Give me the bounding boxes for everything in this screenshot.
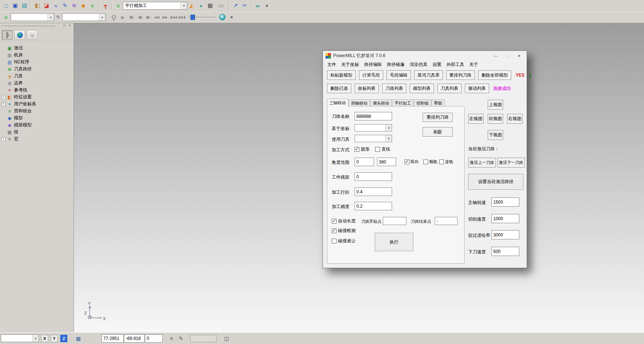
- points-icon[interactable]: ◆: [79, 1, 88, 10]
- menu-path-mirror[interactable]: 路径镜像: [384, 62, 407, 68]
- checkbox-icon[interactable]: [332, 239, 337, 243]
- angle-from-input[interactable]: [355, 158, 374, 166]
- strategy-combo[interactable]: 平行精加工 ∨: [123, 2, 187, 10]
- stock-input[interactable]: [355, 172, 392, 181]
- explorer-tree-icon[interactable]: ╠: [2, 30, 13, 40]
- method-line-checkbox[interactable]: 直线: [375, 146, 390, 152]
- tree-item-toolpaths[interactable]: ≋刀具路径: [0, 66, 74, 73]
- tool-combo[interactable]: ∨: [355, 135, 392, 142]
- panel-close-icon[interactable]: ×: [67, 24, 72, 28]
- tree-item-patterns[interactable]: ≈参考线: [0, 87, 74, 94]
- menu-render-sim[interactable]: 渲染仿真: [407, 62, 430, 68]
- simulation-speed-slider[interactable]: [188, 14, 216, 21]
- chevron-down-icon[interactable]: ∨: [181, 2, 187, 9]
- tree-item-tools[interactable]: ┳刀具: [0, 73, 74, 80]
- checkbox-icon[interactable]: [332, 228, 337, 233]
- pattern-icon[interactable]: ≈: [51, 1, 60, 10]
- levels-icon[interactable]: ≡: [1, 13, 11, 22]
- save-icon[interactable]: ▣: [11, 1, 20, 10]
- fast-forward-button[interactable]: ▶▶: [161, 13, 169, 21]
- list-icon[interactable]: ≡: [167, 336, 175, 341]
- view-right-button[interactable]: 右视图: [507, 114, 523, 124]
- menu-about[interactable]: 关于: [467, 62, 481, 68]
- pencil-icon[interactable]: ✎: [60, 1, 70, 10]
- execute-button[interactable]: 执行: [375, 233, 413, 251]
- tolerance-input[interactable]: [355, 202, 392, 210]
- skim-feed-input[interactable]: [491, 230, 519, 239]
- go-to-end-button[interactable]: ▶▶▮: [178, 13, 186, 21]
- end-point-input[interactable]: [435, 217, 458, 225]
- flag-icon[interactable]: ▲: [196, 1, 206, 10]
- checkbox-icon[interactable]: [332, 219, 337, 224]
- spindle-speed-input[interactable]: [491, 197, 519, 207]
- expand-icon[interactable]: [1, 95, 6, 99]
- active-workplane-combo[interactable]: ∨: [1, 334, 39, 342]
- stats-icon[interactable]: ↗: [231, 1, 240, 10]
- rewind-button[interactable]: ◀◀: [152, 13, 161, 21]
- chevron-down-icon[interactable]: ∨: [32, 335, 39, 342]
- set-active-path-button[interactable]: 设置当前激活路径: [468, 174, 523, 190]
- chevron-down-icon[interactable]: ∨: [385, 135, 392, 142]
- draft-icon[interactable]: ✎: [54, 13, 62, 22]
- expand-icon[interactable]: [1, 137, 6, 141]
- calc-block-button[interactable]: 计算毛坯: [359, 70, 383, 80]
- coord-z-input[interactable]: [145, 334, 163, 343]
- lightbulb-icon[interactable]: [109, 13, 118, 22]
- view-top-button[interactable]: 上视图: [488, 100, 503, 110]
- close-icon[interactable]: ×: [517, 53, 520, 59]
- toolbar-close-icon[interactable]: ×: [262, 1, 271, 10]
- start-point-input[interactable]: [383, 217, 406, 225]
- pen-icon[interactable]: ✎: [177, 336, 185, 341]
- tab-help[interactable]: 帮助: [431, 99, 445, 106]
- reorder-button[interactable]: 重排列刀路: [423, 113, 453, 122]
- block-icon[interactable]: ◧: [33, 1, 42, 10]
- coord-x-input[interactable]: [102, 334, 124, 343]
- auto-length-checkbox[interactable]: 自动长度: [332, 218, 356, 224]
- chevron-down-icon[interactable]: ∨: [47, 14, 54, 21]
- explorer-panel-header[interactable]: □ ×: [0, 23, 74, 29]
- play-button[interactable]: ▶: [118, 13, 127, 21]
- menu-path-edit[interactable]: 路径编辑: [362, 62, 384, 68]
- menu-settings[interactable]: 设置: [430, 62, 444, 68]
- view-front-button[interactable]: 前视图: [488, 114, 503, 124]
- conventional-checkbox[interactable]: 逆铣: [439, 159, 453, 165]
- tab-tilt-head[interactable]: 摆头联动: [370, 99, 392, 106]
- coord-y-input[interactable]: [124, 334, 145, 343]
- tool-library-button[interactable]: 星河刀具库: [414, 70, 443, 80]
- glasses-icon[interactable]: ∞: [253, 1, 262, 10]
- maximize-icon[interactable]: □: [506, 53, 509, 58]
- tree-item-groups[interactable]: ▦组: [0, 129, 74, 136]
- tree-item-feature-sets[interactable]: ◧特征设置: [0, 94, 74, 101]
- checkbox-icon[interactable]: [375, 147, 380, 152]
- simulation-tool-combo[interactable]: ∨: [62, 13, 106, 21]
- refresh-button[interactable]: 刷新: [423, 127, 453, 137]
- paste-model-button[interactable]: 粘贴新模型: [327, 70, 356, 80]
- go-to-start-button[interactable]: ▮◀◀: [169, 13, 178, 21]
- bidirectional-checkbox[interactable]: 双向: [405, 159, 419, 165]
- toolbar-close-icon[interactable]: ×: [227, 13, 236, 22]
- checkbox-icon[interactable]: [439, 159, 444, 164]
- toolpath-name-input[interactable]: [355, 112, 392, 120]
- tree-item-macros[interactable]: ≡宏: [0, 136, 74, 143]
- levels-icon[interactable]: ≡: [88, 1, 97, 10]
- minimize-icon[interactable]: —: [494, 53, 498, 58]
- workplane-icon[interactable]: ◪: [42, 1, 51, 10]
- angle-to-input[interactable]: [377, 158, 396, 166]
- axe-icon[interactable]: ◭: [187, 1, 196, 10]
- tree-item-models[interactable]: ◆模型: [0, 115, 74, 122]
- edit-block-button[interactable]: 毛坯编辑: [387, 70, 411, 80]
- view-left-button[interactable]: 左视图: [468, 114, 484, 124]
- chevron-down-icon[interactable]: ∨: [385, 124, 392, 131]
- axis-z-button[interactable]: Z: [60, 335, 67, 342]
- collision-check-checkbox[interactable]: 碰撞检测: [332, 228, 356, 234]
- menu-file[interactable]: 文件: [325, 62, 339, 68]
- tree-item-machine-tools[interactable]: ▤机床: [0, 52, 74, 59]
- menu-external-tools[interactable]: 外部工具: [444, 62, 467, 68]
- plunge-feed-input[interactable]: [491, 247, 519, 256]
- tab-3axis[interactable]: 三轴联动: [327, 99, 348, 106]
- step-back-button[interactable]: ◀▮: [135, 13, 144, 21]
- grid-icon[interactable]: ▦: [74, 336, 82, 341]
- tree-item-workplanes[interactable]: +用户坐标系: [0, 101, 74, 108]
- cutting-feed-input[interactable]: [491, 214, 519, 223]
- screen-icon[interactable]: ◫: [223, 336, 231, 341]
